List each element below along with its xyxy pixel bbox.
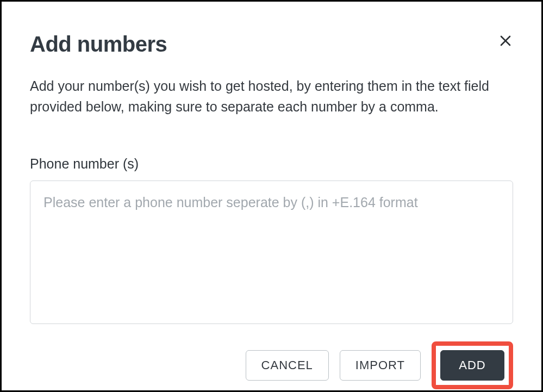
cancel-button[interactable]: CANCEL (246, 350, 329, 381)
dialog-title: Add numbers (30, 32, 167, 57)
phone-number-label: Phone number (s) (30, 156, 513, 172)
dialog-description: Add your number(s) you wish to get hoste… (30, 76, 513, 117)
close-icon (499, 34, 512, 47)
dialog-actions: CANCEL IMPORT ADD (30, 341, 513, 389)
close-button[interactable] (498, 33, 513, 48)
import-button[interactable]: IMPORT (340, 350, 421, 381)
add-numbers-dialog: Add numbers Add your number(s) you wish … (0, 0, 543, 392)
phone-number-input[interactable] (30, 181, 513, 324)
dialog-header: Add numbers (30, 32, 513, 57)
add-button[interactable]: ADD (440, 350, 504, 381)
add-button-highlight: ADD (432, 341, 513, 389)
